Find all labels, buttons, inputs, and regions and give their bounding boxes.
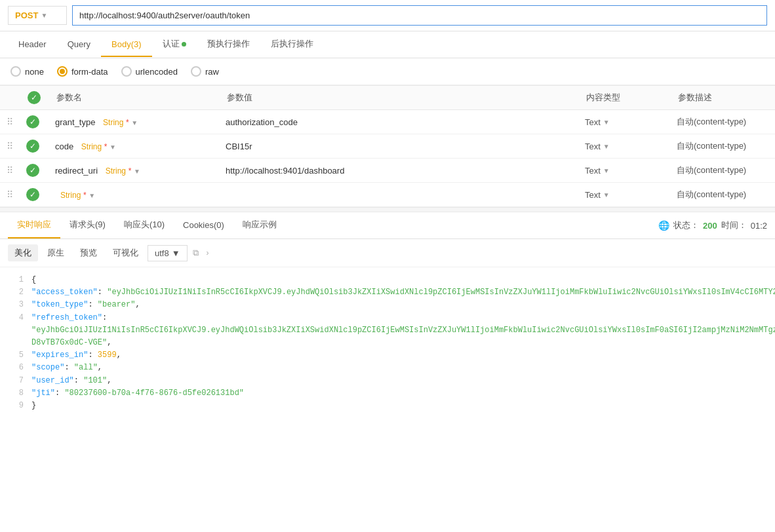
format-beautify[interactable]: 美化 xyxy=(8,244,38,261)
status-info: 🌐 状态： 200 时间： 01:2 xyxy=(658,219,767,231)
response-main: 美化 原生 预览 可视化 utf8 ▼ ⧉ › 1{2 "access_toke… xyxy=(0,239,775,419)
table-row: ⠿ ✓ grant_type String * ▼ Text ▼ 自动(cont… xyxy=(0,110,775,134)
json-content: 1{2 "access_token": "eyJhbGciOiJIUzI1NiI… xyxy=(0,267,775,419)
time-value: 01:2 xyxy=(751,221,767,231)
drag-handle[interactable]: ⠿ xyxy=(7,165,13,176)
row-content-0: Text ▼ xyxy=(578,110,670,134)
json-line: 8 "jti": "80237600-b70a-4f76-8676-d5fe02… xyxy=(8,387,775,400)
col-header-value: 参数值 xyxy=(219,86,578,110)
row-name-0: grant_type String * ▼ xyxy=(49,110,219,134)
url-bar: POST ▼ xyxy=(0,0,775,31)
method-select[interactable]: POST ▼ xyxy=(8,6,67,25)
row-check-2[interactable]: ✓ xyxy=(26,164,39,177)
row-check-3[interactable]: ✓ xyxy=(26,188,39,201)
tab-header[interactable]: Header xyxy=(8,33,57,57)
json-line: 6 "scope": "all", xyxy=(8,362,775,374)
row-name-2: redirect_uri String * ▼ xyxy=(49,159,219,183)
row-name-1: code String * ▼ xyxy=(49,134,219,159)
globe-icon: 🌐 xyxy=(658,220,669,231)
format-visual[interactable]: 可视化 xyxy=(106,244,145,261)
option-urlencoded[interactable]: urlencoded xyxy=(121,66,178,77)
drag-handle[interactable]: ⠿ xyxy=(7,141,13,151)
row-name-3: String * ▼ xyxy=(49,183,219,207)
response-tab-res-headers[interactable]: 响应头(10) xyxy=(115,212,174,238)
row-check-0[interactable]: ✓ xyxy=(26,115,39,128)
format-raw[interactable]: 原生 xyxy=(41,244,71,261)
radio-form-data[interactable] xyxy=(57,66,68,77)
json-line: 5 "expires_in": 3599, xyxy=(8,349,775,362)
row-value-0[interactable] xyxy=(219,110,578,134)
col-header-name: 参数名 xyxy=(49,86,219,110)
row-value-3[interactable] xyxy=(219,183,578,207)
tab-post-action[interactable]: 后执行操作 xyxy=(260,31,324,58)
format-bar: 美化 原生 预览 可视化 utf8 ▼ ⧉ › xyxy=(0,239,775,267)
body-options: none form-data urlencoded raw xyxy=(0,58,775,85)
row-content-3: Text ▼ xyxy=(578,183,670,207)
method-label: POST xyxy=(15,10,38,20)
radio-none[interactable] xyxy=(10,66,21,77)
col-header-content: 内容类型 xyxy=(578,86,670,110)
table-row: ⠿ ✓ code String * ▼ Text ▼ 自动(content-ty… xyxy=(0,134,775,159)
row-value-2[interactable] xyxy=(219,159,578,183)
status-code: 200 xyxy=(703,221,717,231)
json-line: 2 "access_token": "eyJhbGciOiJIUzI1NiIsI… xyxy=(8,286,775,299)
response-tab-realtime[interactable]: 实时响应 xyxy=(8,212,60,238)
row-desc-2: 自动(content-type) xyxy=(670,159,775,183)
row-value-1[interactable] xyxy=(219,134,578,159)
json-line: 7 "user_id": "101", xyxy=(8,375,775,387)
table-row: ⠿ ✓ String * ▼ Text ▼ 自动(content-type) xyxy=(0,183,775,207)
response-tab-cookies[interactable]: Cookies(0) xyxy=(174,214,233,238)
tab-body[interactable]: Body(3) xyxy=(101,33,152,57)
url-input[interactable] xyxy=(72,5,767,26)
table-row: ⠿ ✓ redirect_uri String * ▼ Text ▼ 自动(co… xyxy=(0,159,775,183)
request-tabs: Header Query Body(3) 认证 预执行操作 后执行操作 xyxy=(0,31,775,58)
drag-handle[interactable]: ⠿ xyxy=(7,117,13,127)
json-line: 4 "refresh_token": "eyJhbGciOiJIUzI1NiIs… xyxy=(8,312,775,350)
encoding-select[interactable]: utf8 ▼ xyxy=(148,245,188,261)
radio-urlencoded[interactable] xyxy=(121,66,132,77)
row-desc-0: 自动(content-type) xyxy=(670,110,775,134)
tab-auth[interactable]: 认证 xyxy=(152,31,197,58)
radio-raw[interactable] xyxy=(191,66,201,77)
response-tab-req-headers[interactable]: 请求头(9) xyxy=(60,212,115,238)
tab-pre-action[interactable]: 预执行操作 xyxy=(197,31,260,58)
params-table: ✓ 参数名 参数值 内容类型 参数描述 ⠿ ✓ grant_type Strin… xyxy=(0,85,775,207)
row-desc-3: 自动(content-type) xyxy=(670,183,775,207)
section-divider xyxy=(0,207,775,212)
option-none[interactable]: none xyxy=(10,66,44,77)
tab-query[interactable]: Query xyxy=(57,33,101,57)
encoding-chevron-icon: ▼ xyxy=(172,248,180,258)
row-check-1[interactable]: ✓ xyxy=(26,140,39,153)
row-content-1: Text ▼ xyxy=(578,134,670,159)
json-line: 9} xyxy=(8,400,775,412)
row-content-2: Text ▼ xyxy=(578,159,670,183)
json-line: 1{ xyxy=(8,274,775,286)
response-layout: 美化 原生 预览 可视化 utf8 ▼ ⧉ › 1{2 "access_toke… xyxy=(0,239,775,419)
row-desc-1: 自动(content-type) xyxy=(670,134,775,159)
header-check: ✓ xyxy=(28,91,41,104)
col-header-desc: 参数描述 xyxy=(670,86,775,110)
option-form-data[interactable]: form-data xyxy=(57,66,108,77)
copy-icon[interactable]: ⧉ xyxy=(193,248,199,258)
option-raw[interactable]: raw xyxy=(191,66,219,77)
response-tabs: 实时响应 请求头(9) 响应头(10) Cookies(0) 响应示例 🌐 状态… xyxy=(0,212,775,239)
format-preview[interactable]: 预览 xyxy=(73,244,104,261)
drag-handle[interactable]: ⠿ xyxy=(7,189,13,200)
json-line: 3 "token_type": "bearer", xyxy=(8,299,775,311)
method-chevron-icon: ▼ xyxy=(41,12,47,19)
response-tab-examples[interactable]: 响应示例 xyxy=(233,212,286,238)
expand-arrow[interactable]: › xyxy=(201,246,214,260)
